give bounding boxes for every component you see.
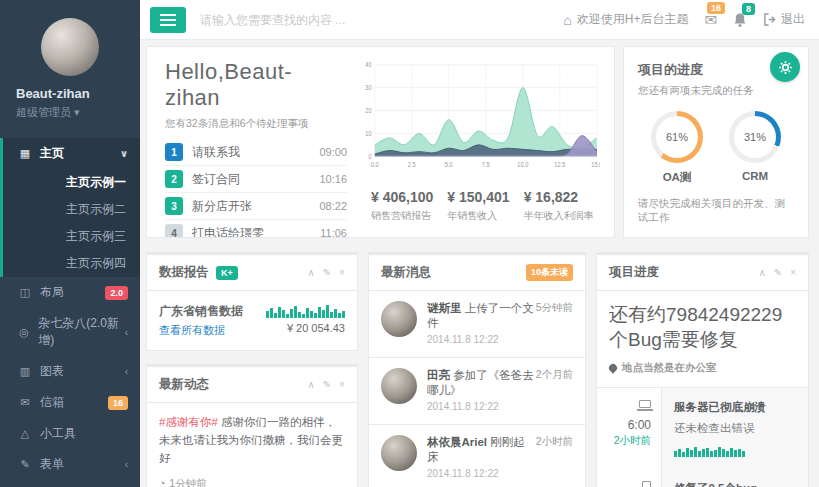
hamburger-icon[interactable] (150, 7, 186, 33)
donut-percent: 31% (744, 131, 766, 143)
bug-progress-panel: 项目进度 ∧ ✎ × 还有约79842492229个Bug需要修复 (596, 252, 809, 487)
timeline: 6:00 2小时前 服务器已彻底崩溃 还未检查出错误 (597, 387, 808, 487)
sidebar-item-label: 布局 (40, 284, 64, 301)
donut-chart: 31% CRM (729, 111, 781, 185)
avatar (381, 435, 417, 471)
view-all-data-link[interactable]: 查看所有数据 (159, 323, 225, 338)
bell-icon[interactable]: 8 (733, 12, 747, 28)
sidebar-item[interactable]: 主页示例二 (0, 196, 140, 223)
top-navbar: ⌂ 欢迎使用H+后台主题 ✉ 16 8 (140, 0, 819, 40)
chevron-icon: ∨ (120, 148, 128, 159)
wrench-icon[interactable]: ✎ (774, 267, 782, 278)
sidebar-item[interactable]: ◎ 杂七杂八(2.0新增) ‹ (0, 308, 140, 356)
panel-footer-text: 请尽快完成相关项目的开发、测试工作 (638, 197, 794, 225)
message-row[interactable]: 谜斯里 上传了一个文件 2014.11.8 12:22 5分钟前 (369, 291, 585, 358)
sidebar-item[interactable]: ✎ 表单 ‹ (0, 449, 140, 480)
svg-text:40: 40 (365, 61, 372, 69)
laptop-icon (639, 400, 651, 408)
location-text: 地点当然是在办公室 (622, 361, 717, 375)
sidebar-item[interactable]: 主页示例一 (0, 169, 140, 196)
task-row[interactable]: 2 签订合同 10:16 (165, 166, 347, 193)
timeline-item[interactable]: 6:00 2小时前 服务器已彻底崩溃 还未检查出错误 (597, 388, 808, 469)
stat-label: 销售营销报告 (371, 209, 447, 223)
unread-badge: 10条未读 (526, 264, 573, 281)
search-input[interactable] (200, 13, 450, 27)
message-sender[interactable]: 田亮 (427, 369, 450, 381)
task-time: 09:00 (319, 146, 347, 158)
sidebar-badge: 16 (108, 396, 128, 410)
chart-icon: ▥ (17, 365, 33, 378)
sidebar-item-label: 杂七杂八(2.0新增) (38, 315, 124, 349)
donut-percent: 61% (666, 131, 688, 143)
message-sender[interactable]: 谜斯里 (427, 302, 462, 314)
message-ago: 2小时前 (536, 435, 573, 479)
task-row[interactable]: 4 打电话给璟雯 11:06 (165, 220, 347, 238)
task-label: 签订合同 (192, 171, 319, 188)
message-row[interactable]: 田亮 参加了《爸爸去哪儿》 2014.11.8 12:22 2个月前 (369, 358, 585, 425)
map-marker-icon (607, 363, 618, 374)
chevron-up-icon[interactable]: ∧ (307, 379, 314, 390)
stat-item: ¥ 150,401 年销售收入 (447, 189, 523, 223)
close-icon[interactable]: × (339, 379, 345, 390)
chevron-icon: ‹ (125, 366, 128, 377)
hero-panel: Hello,Beaut-zihan 您有32条消息和6个待处理事项 1 请联系我… (146, 46, 615, 238)
user-role-dropdown[interactable]: 超级管理员 ▾ (14, 105, 126, 120)
panel-title: 数据报告 (159, 264, 209, 281)
post-tag-link[interactable]: #感谢有你# (159, 416, 218, 428)
file-icon (642, 481, 651, 487)
sidebar-item[interactable]: ✉ 信箱 16 (0, 387, 140, 418)
user-role: 超级管理员 (16, 106, 71, 118)
task-time: 11:06 (320, 227, 347, 238)
sidebar-item[interactable]: 主页示例三 (0, 223, 140, 250)
wrench-icon[interactable]: ✎ (323, 379, 331, 390)
sidebar-item-label: 小工具 (40, 425, 76, 442)
main-column: ⌂ 欢迎使用H+后台主题 ✉ 16 8 (140, 0, 819, 487)
message-date: 2014.11.8 12:22 (427, 468, 536, 479)
sidebar-item-label: 主页示例四 (66, 255, 126, 272)
sidebar-badge: 2.0 (105, 286, 128, 300)
globe-icon: ◎ (17, 326, 31, 339)
close-icon[interactable]: × (790, 267, 796, 278)
sidebar-item[interactable]: ◫ 布局 2.0 (0, 277, 140, 308)
task-number-badge: 4 (165, 224, 183, 238)
caret-down-icon: ▾ (74, 106, 80, 118)
message-sender[interactable]: 林依晨Ariel (427, 436, 487, 448)
panel-subtitle: 您还有两项未完成的任务 (638, 84, 794, 98)
layout-icon: ◫ (17, 286, 33, 299)
sidebar-item-label: 主页示例三 (66, 228, 126, 245)
svg-text:10.0: 10.0 (517, 160, 529, 168)
sidebar: Beaut-zihan 超级管理员 ▾ ▦ 主页 ∨ 主页示例一 (0, 0, 140, 487)
chevron-up-icon[interactable]: ∧ (758, 267, 765, 278)
svg-text:15.0: 15.0 (591, 160, 600, 168)
home-icon: ⌂ (563, 12, 571, 28)
wrench-icon[interactable]: ✎ (323, 267, 331, 278)
message-list: 谜斯里 上传了一个文件 2014.11.8 12:22 5分钟前 (369, 291, 585, 487)
timeline-item[interactable]: 7:00 3小时前 修复了0.5个bug 重启服务 (597, 469, 808, 487)
sidebar-item[interactable]: △ 小工具 (0, 418, 140, 449)
sidebar-item[interactable]: ⊡ 页面 推荐 (0, 480, 140, 487)
task-row[interactable]: 3 新分店开张 08:22 (165, 193, 347, 220)
report-amount: ¥ 20 054.43 (266, 322, 345, 334)
navbar-right: ⌂ 欢迎使用H+后台主题 ✉ 16 8 (563, 11, 805, 29)
chevron-up-icon[interactable]: ∧ (307, 267, 314, 278)
chevron-icon: ‹ (125, 327, 128, 338)
page-title: Hello,Beaut-zihan (165, 59, 347, 111)
data-report-panel: 数据报告 K+ ∧ ✎ × 广东省销售数据 (146, 252, 358, 351)
panel-title: 最新动态 (159, 376, 209, 393)
tool-icon: △ (17, 427, 33, 440)
message-row[interactable]: 林依晨Ariel 刚刚起床 2014.11.8 12:22 2小时前 (369, 425, 585, 487)
sidebar-item[interactable]: ▦ 主页 ∨ (0, 138, 140, 169)
task-time: 08:22 (319, 200, 347, 212)
bug-headline: 还有约79842492229个Bug需要修复 (609, 303, 796, 352)
mail-icon[interactable]: ✉ 16 (704, 11, 717, 29)
close-icon[interactable]: × (339, 267, 345, 278)
task-row[interactable]: 1 请联系我 09:00 (165, 139, 347, 166)
sidebar-menu: ▦ 主页 ∨ 主页示例一 主页示例二 (0, 138, 140, 487)
panel-title: 最新消息 (381, 264, 431, 281)
sidebar-item[interactable]: ▥ 图表 ‹ (0, 356, 140, 387)
sidebar-item-label: 图表 (40, 363, 64, 380)
clock-icon: ◔ (159, 475, 165, 487)
sidebar-item[interactable]: 主页示例四 (0, 250, 140, 277)
gear-icon[interactable] (770, 52, 800, 82)
logout-button[interactable]: 退出 (763, 11, 805, 28)
